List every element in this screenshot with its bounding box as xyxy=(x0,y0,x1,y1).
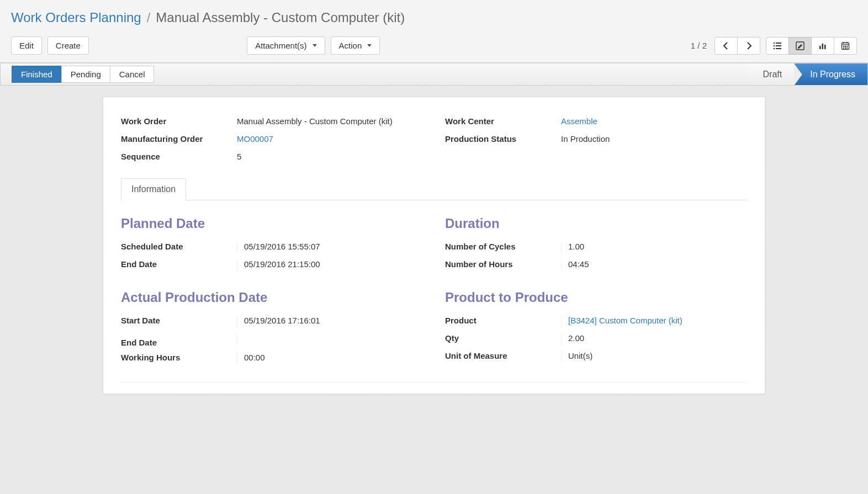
label-number-of-cycles: Number of Cycles xyxy=(445,242,561,251)
value-scheduled-date: 05/19/2016 15:55:07 xyxy=(237,242,320,254)
edit-icon xyxy=(796,41,805,50)
svg-rect-8 xyxy=(822,44,824,49)
form-sheet: Work Order Manual Assembly - Custom Comp… xyxy=(103,97,765,394)
label-scheduled-date: Scheduled Date xyxy=(121,242,237,251)
svg-rect-3 xyxy=(776,45,781,46)
breadcrumb: Work Orders Planning / Manual Assembly -… xyxy=(11,0,857,36)
bar-chart-icon xyxy=(818,41,827,50)
section-product-to-produce: Product to Produce xyxy=(445,290,747,305)
svg-rect-9 xyxy=(824,45,826,49)
svg-rect-14 xyxy=(843,46,844,47)
svg-rect-15 xyxy=(845,46,846,47)
action-dropdown[interactable]: Action xyxy=(331,36,380,55)
tab-information[interactable]: Information xyxy=(121,178,186,200)
breadcrumb-root[interactable]: Work Orders Planning xyxy=(11,10,141,25)
pager-buttons xyxy=(714,37,760,55)
link-work-center[interactable]: Assemble xyxy=(561,116,597,126)
value-actual-start-date: 05/19/2016 17:16:01 xyxy=(237,316,320,328)
label-actual-start-date: Start Date xyxy=(121,316,237,325)
state-in-progress[interactable]: In Progress xyxy=(794,63,867,85)
pager-next-button[interactable] xyxy=(737,37,760,55)
label-number-of-hours: Number of Hours xyxy=(445,259,561,269)
value-number-of-cycles: 1.00 xyxy=(561,242,584,254)
label-work-order: Work Order xyxy=(121,116,237,126)
value-production-status: In Production xyxy=(561,134,610,146)
link-product[interactable]: [B3424] Custom Computer (kit) xyxy=(568,316,682,325)
finished-button[interactable]: Finished xyxy=(12,66,62,83)
caret-down-icon xyxy=(367,44,372,47)
caret-down-icon xyxy=(313,44,317,47)
view-form-button[interactable] xyxy=(788,37,812,55)
view-list-button[interactable] xyxy=(766,37,789,55)
calendar-icon xyxy=(841,41,850,50)
list-icon xyxy=(773,41,782,50)
section-actual-production-date: Actual Production Date xyxy=(121,290,423,305)
cancel-button[interactable]: Cancel xyxy=(110,66,155,83)
svg-point-4 xyxy=(774,47,775,49)
separator xyxy=(121,382,747,383)
svg-rect-18 xyxy=(845,47,846,49)
label-planned-end-date: End Date xyxy=(121,259,237,269)
status-bar: Finished Pending Cancel Draft In Progres… xyxy=(0,63,868,86)
breadcrumb-separator: / xyxy=(147,10,151,25)
chevron-left-icon xyxy=(722,41,731,50)
svg-rect-17 xyxy=(843,47,844,49)
view-calendar-button[interactable] xyxy=(834,37,857,55)
state-draft[interactable]: Draft xyxy=(748,63,795,85)
svg-rect-7 xyxy=(819,46,821,49)
svg-rect-5 xyxy=(776,48,781,49)
attachments-dropdown[interactable]: Attachment(s) xyxy=(247,36,325,55)
label-uom: Unit of Measure xyxy=(445,351,561,360)
view-graph-button[interactable] xyxy=(811,37,834,55)
value-number-of-hours: 04:45 xyxy=(561,259,589,272)
label-working-hours: Working Hours xyxy=(121,353,237,362)
label-work-center: Work Center xyxy=(445,116,561,126)
value-working-hours: 00:00 xyxy=(237,353,265,365)
value-actual-end-date xyxy=(237,333,244,346)
value-uom: Unit(s) xyxy=(561,351,592,363)
chevron-right-icon xyxy=(744,41,753,50)
view-switcher xyxy=(766,37,857,55)
create-button[interactable]: Create xyxy=(47,36,89,55)
pending-button[interactable]: Pending xyxy=(61,66,110,83)
svg-rect-16 xyxy=(846,46,848,47)
toolbar: Edit Create Attachment(s) Action 1 / 2 xyxy=(11,36,857,55)
svg-rect-19 xyxy=(846,47,848,49)
label-qty: Qty xyxy=(445,333,561,343)
svg-rect-1 xyxy=(776,43,781,44)
label-actual-end-date: End Date xyxy=(121,338,237,347)
pager-text: 1 / 2 xyxy=(691,41,707,50)
value-planned-end-date: 05/19/2016 21:15:00 xyxy=(237,259,320,272)
attachments-label: Attachment(s) xyxy=(255,41,306,50)
value-qty: 2.00 xyxy=(561,333,584,346)
link-manufacturing-order[interactable]: MO00007 xyxy=(237,134,273,144)
pager-prev-button[interactable] xyxy=(714,37,738,55)
label-sequence: Sequence xyxy=(121,152,237,161)
label-product: Product xyxy=(445,316,561,325)
breadcrumb-current: Manual Assembly - Custom Computer (kit) xyxy=(156,10,405,25)
value-sequence: 5 xyxy=(237,152,241,164)
label-production-status: Production Status xyxy=(445,134,561,144)
edit-button[interactable]: Edit xyxy=(11,36,42,55)
svg-point-2 xyxy=(774,45,775,46)
svg-point-0 xyxy=(774,42,775,44)
tab-bar: Information xyxy=(121,178,747,200)
label-manufacturing-order: Manufacturing Order xyxy=(121,134,237,144)
section-duration: Duration xyxy=(445,216,747,231)
section-planned-date: Planned Date xyxy=(121,216,423,231)
action-label: Action xyxy=(339,41,362,50)
value-work-order: Manual Assembly - Custom Computer (kit) xyxy=(237,116,393,129)
